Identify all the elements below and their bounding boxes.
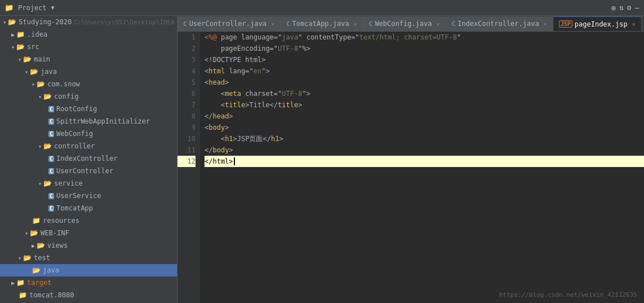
- sidebar-item-target[interactable]: ▶ 📁 target: [0, 276, 177, 289]
- sidebar-item-com-snow[interactable]: ▾ 📂 com.snow: [0, 78, 177, 90]
- sidebar-item-webconfig[interactable]: C WebConfig: [0, 128, 177, 140]
- class-icon: C: [48, 118, 54, 125]
- code-line-12: </html>: [205, 156, 644, 167]
- class-icon: C: [48, 131, 54, 137]
- editor-area: C UserController.java ✕ C TomcatApp.java…: [177, 16, 644, 303]
- project-icon: 📁: [5, 3, 14, 12]
- code-line-4: <html lang="en">: [205, 65, 644, 77]
- sidebar-item-views[interactable]: ▶ 📂 views: [0, 239, 177, 252]
- class-icon: C: [48, 168, 54, 174]
- folder-icon: 📂: [23, 55, 32, 63]
- settings-icon[interactable]: ⚙: [627, 3, 632, 12]
- sidebar-item-src[interactable]: ▾ 📂 src: [0, 41, 177, 53]
- tab-close-icon[interactable]: ✕: [544, 21, 547, 27]
- code-editor[interactable]: 1 2 3 4 5 6 7 8 9 10 11 12 <%@ page lang…: [177, 32, 644, 303]
- sidebar-item-spittr[interactable]: C SpittrWebAppInitializer: [0, 115, 177, 128]
- folder-icon: 📁: [32, 217, 41, 225]
- sidebar-label: TomcatApp: [56, 204, 93, 212]
- code-line-2: pageEncoding="UTF-8"%>: [205, 43, 644, 54]
- sidebar-label: WebConfig: [56, 130, 93, 138]
- tab-tomcatapp[interactable]: C TomcatApp.java ✕: [281, 16, 363, 31]
- sidebar-label: service: [54, 179, 83, 187]
- sidebar-item-rootconfig[interactable]: C RootConfig: [0, 103, 177, 115]
- code-line-3: <!DOCTYPE html>: [205, 54, 644, 65]
- tab-webconfig[interactable]: C WebConfig.java ✕: [363, 16, 446, 31]
- sidebar-item-java[interactable]: ▾ 📂 java: [0, 65, 177, 78]
- tab-label: IndexController.java: [458, 20, 539, 28]
- sidebar-label: .idea: [27, 30, 47, 38]
- code-line-5: <head>: [205, 77, 644, 88]
- sidebar-label: views: [47, 241, 68, 249]
- target-folder-icon: 📁: [16, 279, 25, 287]
- expand-icon: ▾: [32, 81, 35, 87]
- sidebar-item-indexcontroller[interactable]: C IndexController: [0, 152, 177, 165]
- expand-icon: ▶: [11, 280, 15, 286]
- expand-icon: ▾: [25, 230, 28, 236]
- tab-pageindex[interactable]: JSP pageIndex.jsp ✕: [553, 16, 642, 31]
- sidebar-item-service[interactable]: ▾ 📂 service: [0, 177, 177, 190]
- sidebar-item-tomcat[interactable]: 📁 tomcat.8080: [0, 289, 177, 301]
- code-line-8: </head>: [205, 111, 644, 122]
- watermark: https://blog.csdn.net/weixin_42112635: [499, 291, 637, 298]
- sidebar-label: WEB-INF: [41, 229, 69, 237]
- code-line-6: <meta charset="UTF-8">: [205, 88, 644, 99]
- code-line-9: <body>: [205, 122, 644, 133]
- code-line-1: <%@ page language="java" contentType="te…: [205, 32, 644, 43]
- sidebar-item-controller[interactable]: ▾ 📂 controller: [0, 140, 177, 152]
- sidebar-item-usercontroller[interactable]: C UserController: [0, 165, 177, 177]
- folder-blue-icon: 📂: [37, 241, 45, 249]
- project-root-icon: 📂: [8, 18, 16, 26]
- expand-icon: ▶: [11, 32, 15, 38]
- expand-icon: ▾: [11, 44, 15, 50]
- tab-usercontroller[interactable]: C UserController.java ✕: [177, 16, 281, 31]
- sidebar-label: config: [54, 93, 78, 100]
- sidebar-item-tomcatapp[interactable]: C TomcatApp: [0, 202, 177, 214]
- sidebar-label: RootConfig: [56, 105, 97, 113]
- tab-close-icon[interactable]: ✕: [354, 21, 357, 27]
- sidebar-item-test[interactable]: ▾ 📂 test: [0, 252, 177, 264]
- class-icon: C: [48, 205, 54, 212]
- sidebar-item-root[interactable]: ▾ 📂 Studying-2020 C:\Users\ys951\Desktop…: [0, 16, 177, 28]
- sidebar-item-main[interactable]: ▾ 📂 main: [0, 53, 177, 65]
- chevron-down-icon: ▼: [51, 5, 55, 11]
- folder-icon: 📂: [23, 254, 32, 262]
- tab-close-icon[interactable]: ✕: [271, 21, 274, 27]
- tab-indexcontroller[interactable]: C IndexController.java ✕: [446, 16, 553, 31]
- add-icon[interactable]: ⊕: [611, 3, 615, 12]
- sidebar-item-idea[interactable]: ▶ 📁 .idea: [0, 28, 177, 41]
- tab-java-icon: C: [369, 20, 373, 28]
- project-root-label: Studying-2020: [19, 18, 72, 26]
- sidebar-item-resources[interactable]: 📁 resources: [0, 214, 177, 227]
- sidebar-label: SpittrWebAppInitializer: [56, 117, 150, 125]
- class-icon: C: [48, 156, 54, 162]
- tab-jsp-icon: JSP: [559, 20, 572, 28]
- sidebar-item-config[interactable]: ▾ 📂 config: [0, 90, 177, 103]
- minimize-icon[interactable]: −: [635, 3, 639, 12]
- tab-java-icon: C: [286, 20, 290, 28]
- sidebar-label: resources: [43, 217, 79, 225]
- tab-label: WebConfig.java: [375, 20, 432, 28]
- sidebar-item-web-inf[interactable]: ▾ 📂 WEB-INF: [0, 227, 177, 239]
- sidebar-label: target: [27, 279, 51, 287]
- sidebar-item-java2[interactable]: 📂 java: [0, 264, 177, 276]
- sidebar-label: src: [27, 43, 39, 51]
- folder-blue-icon: 📂: [43, 142, 52, 150]
- line-numbers: 1 2 3 4 5 6 7 8 9 10 11 12: [177, 32, 200, 303]
- tab-java-icon: C: [183, 20, 187, 28]
- tab-close-icon[interactable]: ✕: [437, 21, 440, 27]
- folder-blue-icon: 📂: [30, 229, 38, 237]
- folder-blue-icon: 📂: [43, 179, 52, 187]
- sidebar-label: java: [43, 266, 59, 274]
- tab-label: UserController.java: [189, 20, 267, 28]
- folder-blue-icon: 📂: [30, 68, 38, 76]
- sidebar-label: test: [34, 254, 50, 262]
- expand-icon: ▾: [18, 255, 21, 261]
- tab-close-icon[interactable]: ✕: [632, 21, 636, 27]
- sort-icon[interactable]: ⇅: [619, 3, 624, 12]
- top-bar: 📁 Project ▼ ⊕ ⇅ ⚙ −: [0, 0, 644, 16]
- sidebar-item-userservice[interactable]: C UserService: [0, 190, 177, 202]
- sidebar-label: IndexController: [56, 155, 117, 163]
- code-line-10: <h1>JSP页面</h1>: [205, 133, 644, 144]
- class-icon: C: [48, 193, 54, 199]
- expand-icon: ▾: [38, 181, 42, 187]
